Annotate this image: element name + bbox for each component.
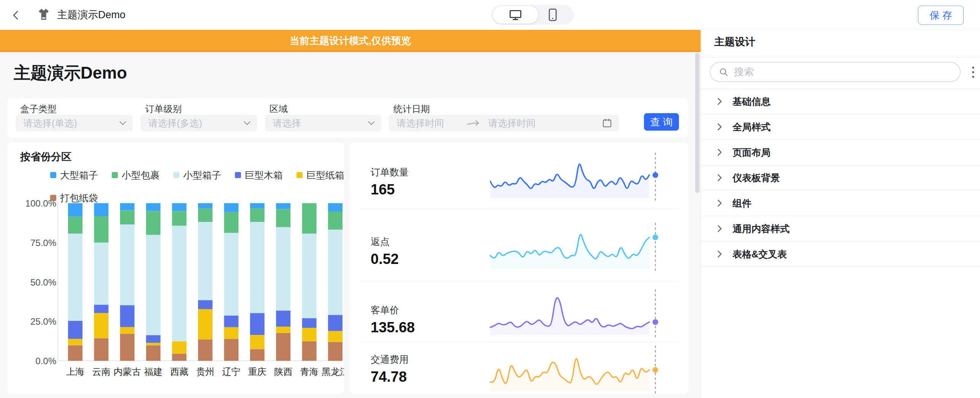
- device-toggle[interactable]: [492, 5, 574, 25]
- legend-label: 大型箱子: [60, 169, 98, 182]
- query-button[interactable]: 查 询: [644, 113, 679, 131]
- dashboard-title: 主题演示Demo: [14, 62, 127, 84]
- chevron-right-icon: [717, 122, 723, 132]
- sidebar-section-3[interactable]: 页面布局: [701, 140, 980, 165]
- chart-legend: 大型箱子小型包裹小型箱子巨型木箱巨型纸箱打包纸袋: [50, 169, 344, 204]
- monitor-icon: [509, 9, 522, 21]
- filter-label-region: 区域: [269, 103, 288, 115]
- legend-label: 小型箱子: [183, 169, 221, 182]
- svg-text:云南: 云南: [92, 366, 110, 377]
- legend-label: 小型包裹: [122, 169, 160, 182]
- legend-item[interactable]: 小型包裹: [112, 169, 160, 181]
- svg-text:内蒙古: 内蒙古: [114, 366, 141, 377]
- select-region-placeholder: 请选择: [272, 117, 301, 130]
- legend-color-chip: [235, 172, 241, 178]
- svg-text:75.0%: 75.0%: [30, 238, 56, 248]
- kpi-sparkline: [487, 345, 669, 394]
- window-title: 主题演示Demo: [57, 0, 126, 30]
- sidebar-section-label: 通用内容样式: [733, 222, 789, 235]
- svg-text:西藏: 西藏: [170, 366, 189, 377]
- sidebar-section-label: 仪表板背景: [733, 172, 780, 184]
- kpi-value: 74.78: [371, 369, 409, 385]
- sidebar-section-label: 基础信息: [733, 95, 770, 108]
- back-icon[interactable]: [10, 9, 22, 21]
- svg-text:25.0%: 25.0%: [30, 316, 56, 327]
- legend-color-chip: [296, 172, 302, 178]
- legend-label: 巨型纸箱: [306, 169, 344, 182]
- legend-color-chip: [50, 172, 56, 178]
- chart-title: 按省份分区: [20, 150, 72, 164]
- chevron-right-icon: [717, 199, 723, 208]
- arrow-right-icon: [467, 120, 480, 127]
- divider: [701, 57, 980, 57]
- theme-design-panel: 主题设计 基础信息全局样式页面布局仪表板背景组件通用内容样式表格&交叉表: [701, 30, 980, 398]
- save-button[interactable]: 保 存: [918, 6, 964, 25]
- kpi-value: 0.52: [371, 251, 399, 267]
- sidebar-section-1[interactable]: 基础信息: [701, 89, 980, 114]
- select-box-type[interactable]: 请选择(单选): [16, 115, 133, 132]
- legend-item[interactable]: 巨型木箱: [235, 169, 283, 181]
- date-end-placeholder: 请选择时间: [488, 117, 536, 130]
- stacked-bar-chart: 100.0%75.0%50.0%25.0%0.0%上海云南内蒙古福建西藏贵州辽宁…: [19, 199, 344, 385]
- select-order-level-placeholder: 请选择(多选): [148, 117, 202, 130]
- legend-label: 巨型木箱: [245, 169, 283, 182]
- filter-label-box-type: 盒子类型: [20, 103, 57, 115]
- svg-text:重庆: 重庆: [248, 366, 266, 377]
- svg-text:辽宁: 辽宁: [222, 366, 240, 377]
- legend-item[interactable]: 大型箱子: [50, 169, 98, 181]
- kebab-menu-icon[interactable]: [969, 65, 978, 80]
- svg-text:50.0%: 50.0%: [30, 277, 56, 287]
- search-input[interactable]: [733, 66, 948, 78]
- phone-icon: [548, 8, 558, 21]
- date-range-picker[interactable]: 请选择时间 请选择时间: [389, 115, 619, 132]
- svg-text:100.0%: 100.0%: [25, 198, 56, 208]
- search-box[interactable]: [710, 62, 961, 82]
- svg-text:黑龙江: 黑龙江: [321, 366, 344, 377]
- svg-text:陕西: 陕西: [274, 366, 292, 377]
- panel-section-list: 基础信息全局样式页面布局仪表板背景组件通用内容样式表格&交叉表: [701, 89, 980, 267]
- kpi-card: 订单数量 165 返点 0.52 客单价 135.68 交通费用 74.78: [350, 143, 688, 394]
- toggle-desktop[interactable]: [493, 6, 538, 24]
- query-button-label: 查 询: [650, 116, 673, 129]
- search-icon: [719, 67, 729, 77]
- legend-item[interactable]: 小型箱子: [173, 169, 221, 181]
- kpi-label: 客单价: [371, 304, 415, 316]
- select-region[interactable]: 请选择: [265, 115, 381, 132]
- chevron-down-icon: [119, 121, 127, 127]
- chevron-down-icon: [368, 121, 375, 127]
- banner-text: 当前主题设计模式,仅供预览: [290, 34, 411, 48]
- toggle-mobile[interactable]: [536, 6, 570, 24]
- sidebar-section-2[interactable]: 全局样式: [701, 114, 980, 140]
- chevron-right-icon: [717, 148, 723, 157]
- save-button-label: 保 存: [929, 9, 952, 22]
- kpi-value: 165: [371, 182, 409, 198]
- calendar-icon[interactable]: [602, 118, 612, 130]
- sidebar-section-4[interactable]: 仪表板背景: [701, 165, 980, 191]
- chevron-right-icon: [717, 97, 723, 106]
- sidebar-section-6[interactable]: 通用内容样式: [701, 216, 980, 241]
- preview-mode-banner: 当前主题设计模式,仅供预览: [0, 30, 701, 52]
- sidebar-section-5[interactable]: 组件: [701, 191, 980, 216]
- date-start-placeholder: 请选择时间: [396, 117, 444, 130]
- svg-text:0.0%: 0.0%: [35, 356, 56, 366]
- kpi-sparkline: [487, 152, 669, 201]
- province-chart-card: 按省份分区 大型箱子小型包裹小型箱子巨型木箱巨型纸箱打包纸袋 100.0%75.…: [8, 143, 344, 394]
- legend-color-chip: [112, 172, 118, 178]
- top-bar: 主题演示Demo 保 存: [0, 0, 980, 30]
- sidebar-section-label: 全局样式: [733, 121, 770, 133]
- tshirt-icon: [37, 8, 51, 22]
- main-scrollbar[interactable]: [695, 53, 700, 193]
- kpi-label: 返点: [371, 235, 399, 248]
- filter-label-order-level: 订单级别: [145, 103, 182, 115]
- sidebar-section-label: 组件: [733, 197, 751, 209]
- sidebar-section-7[interactable]: 表格&交叉表: [701, 241, 980, 267]
- svg-text:福建: 福建: [144, 366, 162, 377]
- legend-item[interactable]: 巨型纸箱: [296, 169, 344, 181]
- svg-text:青海: 青海: [300, 366, 318, 377]
- svg-text:上海: 上海: [66, 366, 84, 377]
- svg-text:贵州: 贵州: [196, 366, 215, 377]
- select-order-level[interactable]: 请选择(多选): [141, 115, 257, 132]
- chevron-down-icon: [243, 121, 251, 127]
- chevron-right-icon: [717, 249, 723, 258]
- sidebar-section-label: 页面布局: [733, 146, 770, 159]
